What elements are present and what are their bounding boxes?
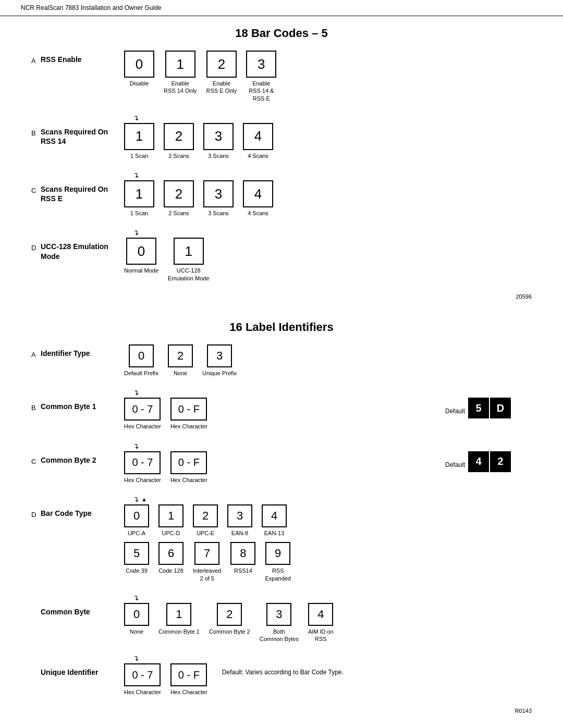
default-label-c: Default xyxy=(445,461,465,468)
header-text: NCR RealScan 7883 Installation and Owner… xyxy=(21,4,161,11)
box-emulation: 1 xyxy=(174,238,204,265)
letter-c: C xyxy=(31,187,41,194)
option-range-0f: 0 - F Hex Character xyxy=(170,398,207,430)
letter-c2: C xyxy=(31,458,41,465)
box-2se: 2 xyxy=(164,180,194,207)
options-unique-identifier: 0 - 7 Hex Character 0 - F Hex Character … xyxy=(124,663,532,698)
option-interleaved: 7 Interleaved2 of 5 xyxy=(193,542,221,582)
option-1scan: 1 1 Scan xyxy=(124,123,154,159)
label-common-byte: Common Byte xyxy=(41,607,124,616)
desc-code39: Code 39 xyxy=(126,567,148,574)
option-2scans-e: 2 2 Scans xyxy=(164,180,194,217)
box-1s: 1 xyxy=(124,123,154,150)
option-ean13: 4 EAN-13 xyxy=(262,504,287,537)
options-common-byte1: 0 - 7 Hex Character 0 - F Hex Character xyxy=(124,398,445,432)
arrow-down-d: ↴ xyxy=(133,495,139,503)
option-range-07: 0 - 7 Hex Character xyxy=(124,398,161,430)
connector-cb-ui: ↴ xyxy=(133,654,532,662)
desc-enable-rss14: EnableRSS 14 Only xyxy=(164,80,197,95)
desc-code128: Code 128 xyxy=(158,567,183,574)
letter-d: D xyxy=(31,244,41,252)
box-upce: 2 xyxy=(193,504,218,527)
box-code39: 5 xyxy=(124,542,149,565)
desc-none-id: None xyxy=(174,369,187,377)
box-3: 3 xyxy=(246,51,276,78)
desc-rss14: RSS14 xyxy=(234,567,252,574)
row-rss-enable: A RSS Enable 0 Disable 1 EnableRSS 14 On… xyxy=(31,51,532,104)
option-normal: 0 Normal Mode xyxy=(124,238,158,274)
option-4scans-e: 4 4 Scans xyxy=(243,180,273,217)
connector-b2c2: ↴ xyxy=(133,442,532,450)
desc-ean8: EAN-8 xyxy=(231,529,248,537)
row-scans-rss14: B Scans Required On RSS 14 1 1 Scan 2 2 … xyxy=(31,123,532,162)
option-range-0f-ui: 0 - F Hex Character xyxy=(170,663,207,696)
option-1: 1 EnableRSS 14 Only xyxy=(164,51,197,95)
box-range-07-c: 0 - 7 xyxy=(124,451,161,474)
box-cb2: 2 xyxy=(217,603,242,626)
box-ean8: 3 xyxy=(227,504,252,527)
box-range-07: 0 - 7 xyxy=(124,398,161,421)
box-2s: 2 xyxy=(164,123,194,150)
label-ucc128: UCC-128 Emulation Mode xyxy=(41,242,124,261)
desc-2scans-e: 2 Scans xyxy=(168,209,189,217)
row-common-byte1: B Common Byte 1 0 - 7 Hex Character 0 - … xyxy=(31,398,532,432)
connector-a2b2: ↴ xyxy=(133,388,532,397)
option-2: 2 EnableRSS E Only xyxy=(206,51,237,95)
option-cb2: 2 Common Byte 2 xyxy=(209,603,250,635)
box-default-prefix: 0 xyxy=(129,344,154,367)
watermark-1: 20596 xyxy=(31,293,532,300)
default-val-c2: 2 xyxy=(490,451,511,472)
options-common-byte2: 0 - 7 Hex Character 0 - F Hex Character xyxy=(124,451,445,486)
desc-cb1: Common Byte 1 xyxy=(158,628,200,635)
row-unique-identifier: Unique Identifier 0 - 7 Hex Character 0 … xyxy=(31,663,532,698)
options-bar-code-type-row1: 0 UPC-A 1 UPC-D 2 UPC-E 3 xyxy=(124,504,532,539)
box-upcd: 1 xyxy=(158,504,183,527)
box-1: 1 xyxy=(165,51,195,78)
option-upcd: 1 UPC-D xyxy=(158,504,183,537)
option-3: 3 EnableRSS 14 &RSS E xyxy=(246,51,276,102)
box-upca: 0 xyxy=(124,504,149,527)
section2-title: 16 Label Identifiers xyxy=(31,320,532,334)
desc-1scan-e: 1 Scan xyxy=(130,209,148,217)
desc-4scans-e: 4 Scans xyxy=(248,209,268,217)
desc-hex2-c: Hex Character xyxy=(170,476,207,484)
option-4scans: 4 4 Scans xyxy=(243,123,273,159)
row-scans-rsse: C Scans Required On RSS E 1 1 Scan 2 2 S… xyxy=(31,180,532,219)
desc-unique-prefix: Unique Prefix xyxy=(202,369,237,377)
box-4s: 4 xyxy=(243,123,273,150)
letter-a: A xyxy=(31,57,41,65)
connector-cd: ↴ xyxy=(133,228,532,237)
letter-b2: B xyxy=(31,404,41,412)
option-default-prefix: 0 Default Prefix xyxy=(124,344,158,377)
box-range-07-ui: 0 - 7 xyxy=(124,663,161,686)
box-range-0f-c: 0 - F xyxy=(170,451,207,474)
options-scans-rsse: 1 1 Scan 2 2 Scans 3 3 Scans 4 4 Scans xyxy=(124,180,532,219)
option-upce: 2 UPC-E xyxy=(193,504,218,537)
box-unique-prefix: 3 xyxy=(207,344,232,367)
desc-hex2: Hex Character xyxy=(170,423,207,430)
desc-hex1-ui: Hex Character xyxy=(124,688,161,696)
page: NCR RealScan 7883 Installation and Owner… xyxy=(0,0,563,728)
desc-aim-rss: AIM ID onRSS xyxy=(308,628,334,643)
default-varies-text: Default: Varies according to Bar Code Ty… xyxy=(222,669,344,676)
desc-upce: UPC-E xyxy=(197,529,214,537)
option-code128: 6 Code 128 xyxy=(158,542,183,574)
desc-upcd: UPC-D xyxy=(162,529,180,537)
option-unique-prefix: 3 Unique Prefix xyxy=(202,344,237,377)
section1-title: 18 Bar Codes – 5 xyxy=(31,27,532,40)
option-ean8: 3 EAN-8 xyxy=(227,504,252,537)
label-rss-enable: RSS Enable xyxy=(41,55,124,64)
box-both-cb: 3 xyxy=(266,603,291,626)
options-bar-code-type-row2: 5 Code 39 6 Code 128 7 Interleaved2 of 5 xyxy=(124,542,532,584)
option-upca: 0 UPC-A xyxy=(124,504,149,537)
box-cb1: 1 xyxy=(166,603,191,626)
desc-3scans: 3 Scans xyxy=(208,152,229,159)
box-4se: 4 xyxy=(243,180,273,207)
letter-a2: A xyxy=(31,351,41,359)
option-1scan-e: 1 1 Scan xyxy=(124,180,154,217)
box-0: 0 xyxy=(124,51,154,78)
options-ucc128: 0 Normal Mode 1 UCC-128Emulation Mode xyxy=(124,238,532,284)
connector-c2d2: ↴ ▲ xyxy=(133,495,532,503)
option-range-07-ui: 0 - 7 Hex Character xyxy=(124,663,161,696)
box-none-id: 2 xyxy=(168,344,193,367)
